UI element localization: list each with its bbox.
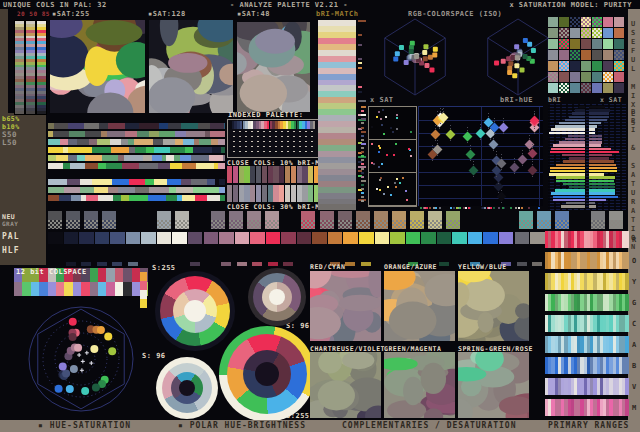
- mix-swatch[interactable]: [559, 50, 569, 60]
- mix-swatch[interactable]: [581, 50, 591, 60]
- mix-swatch[interactable]: [548, 50, 558, 60]
- brihue-panel-label[interactable]: bRI-hUE: [500, 96, 533, 104]
- indexed-color[interactable]: [313, 121, 316, 129]
- mix-swatch[interactable]: [592, 28, 602, 38]
- sat128-label[interactable]: ▪SAT:128: [148, 10, 186, 18]
- mix-swatch[interactable]: [559, 17, 569, 27]
- palette-swatch[interactable]: [141, 232, 156, 244]
- mix-swatch[interactable]: [570, 61, 580, 71]
- palette-swatch[interactable]: [172, 232, 187, 244]
- ramp-segment: [48, 139, 60, 145]
- mix-swatch[interactable]: [614, 61, 624, 71]
- palette-swatch[interactable]: [235, 232, 250, 244]
- palette-swatch[interactable]: [421, 232, 436, 244]
- mix-swatch[interactable]: [548, 17, 558, 27]
- xsat-panel-label[interactable]: x SAT: [370, 96, 394, 104]
- palette-swatch[interactable]: [437, 232, 452, 244]
- indexed-palette-strip[interactable]: [229, 121, 315, 129]
- palette-swatch[interactable]: [312, 232, 327, 244]
- palette-swatch[interactable]: [95, 232, 110, 244]
- mix-swatch[interactable]: [614, 50, 624, 60]
- palette-swatch[interactable]: [188, 232, 203, 244]
- mix-swatch[interactable]: [559, 28, 569, 38]
- mix-swatch[interactable]: [592, 72, 602, 82]
- mix-swatch[interactable]: [603, 17, 613, 27]
- palette-swatch[interactable]: [126, 232, 141, 244]
- mix-swatch[interactable]: [581, 17, 591, 27]
- mix-swatch[interactable]: [548, 72, 558, 82]
- tab-primary-ranges[interactable]: PRIMARY RANGES: [548, 422, 629, 430]
- mix-swatch[interactable]: [570, 83, 580, 93]
- palette-swatch[interactable]: [64, 232, 79, 244]
- palette-swatch[interactable]: [390, 232, 405, 244]
- mix-swatch[interactable]: [603, 83, 613, 93]
- palette-swatch[interactable]: [515, 232, 530, 244]
- ramp-strip-row: [48, 155, 225, 161]
- palette-swatch[interactable]: [281, 232, 296, 244]
- mix-swatch[interactable]: [581, 72, 591, 82]
- saturation-model-toggle[interactable]: x SATURATION MODEL: PURITY: [509, 1, 632, 9]
- palette-swatch[interactable]: [48, 232, 63, 244]
- xsat-dot: [373, 163, 375, 165]
- mix-swatch[interactable]: [614, 17, 624, 27]
- mix-swatch[interactable]: [570, 39, 580, 49]
- mix-swatch[interactable]: [548, 61, 558, 71]
- mix-swatch[interactable]: [614, 28, 624, 38]
- palette-swatch[interactable]: [328, 232, 343, 244]
- mix-swatch[interactable]: [548, 39, 558, 49]
- palette-swatch[interactable]: [343, 232, 358, 244]
- mix-swatch[interactable]: [603, 28, 613, 38]
- mix-swatch[interactable]: [559, 61, 569, 71]
- palette-swatch[interactable]: [219, 232, 234, 244]
- mix-swatch[interactable]: [592, 39, 602, 49]
- ramp-segment: [98, 203, 107, 209]
- palette-swatch[interactable]: [530, 232, 545, 244]
- palette-swatch[interactable]: [452, 232, 467, 244]
- tick-dot: [420, 207, 422, 209]
- sat48-label[interactable]: ▪SAT:48: [237, 10, 270, 18]
- mix-swatch[interactable]: [581, 28, 591, 38]
- mix-swatch[interactable]: [559, 39, 569, 49]
- half-swatch: [390, 246, 405, 260]
- palette-swatch[interactable]: [359, 232, 374, 244]
- mix-swatch[interactable]: [592, 83, 602, 93]
- palette-swatch[interactable]: [483, 232, 498, 244]
- mix-swatch[interactable]: [548, 83, 558, 93]
- mix-swatch[interactable]: [614, 83, 624, 93]
- palette-swatch[interactable]: [406, 232, 421, 244]
- mix-swatch[interactable]: [570, 28, 580, 38]
- sat255-label[interactable]: ▪SAT:255: [52, 10, 90, 18]
- mix-swatch[interactable]: [581, 61, 591, 71]
- palette-swatch[interactable]: [375, 232, 390, 244]
- palette-swatch[interactable]: [499, 232, 514, 244]
- mix-swatch[interactable]: [570, 72, 580, 82]
- mix-swatch[interactable]: [614, 72, 624, 82]
- mix-swatch[interactable]: [592, 61, 602, 71]
- palette-swatch[interactable]: [157, 232, 172, 244]
- mix-swatch[interactable]: [592, 17, 602, 27]
- palette-swatch[interactable]: [204, 232, 219, 244]
- tab-hue-saturation[interactable]: ▪ HUE-SATURATION: [38, 422, 131, 430]
- mix-swatch[interactable]: [603, 61, 613, 71]
- mix-swatch[interactable]: [581, 83, 591, 93]
- mix-swatch[interactable]: [603, 72, 613, 82]
- palette-swatch[interactable]: [250, 232, 265, 244]
- mix-swatch[interactable]: [559, 83, 569, 93]
- palette-swatch[interactable]: [266, 232, 281, 244]
- mix-swatch[interactable]: [548, 28, 558, 38]
- palette-swatch[interactable]: [468, 232, 483, 244]
- mix-swatch[interactable]: [570, 17, 580, 27]
- tab-polar-hue-brightness[interactable]: ▪ POLAR HUE-BRIGHTNESS: [178, 422, 306, 430]
- mix-swatch[interactable]: [559, 72, 569, 82]
- mix-swatch[interactable]: [603, 39, 613, 49]
- mix-swatch[interactable]: [570, 50, 580, 60]
- mix-swatch[interactable]: [581, 39, 591, 49]
- palette-swatch[interactable]: [110, 232, 125, 244]
- mix-swatch[interactable]: [614, 39, 624, 49]
- tab-complementaries[interactable]: COMPLEMENTARIES / DESATURATION: [342, 422, 517, 430]
- mix-swatch[interactable]: [592, 50, 602, 60]
- ramp-segment: [178, 203, 186, 209]
- palette-swatch[interactable]: [79, 232, 94, 244]
- palette-swatch[interactable]: [297, 232, 312, 244]
- mix-swatch[interactable]: [603, 50, 613, 60]
